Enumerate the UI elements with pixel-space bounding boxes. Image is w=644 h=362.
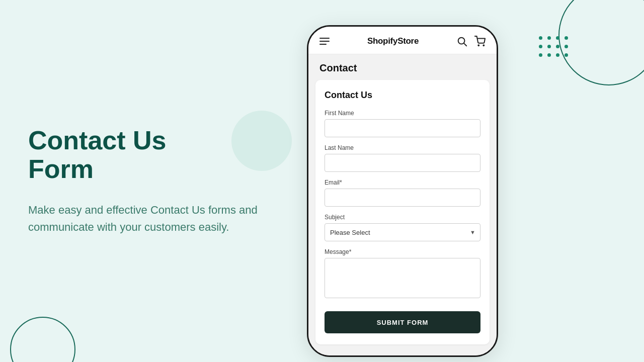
message-label: Message* [325,248,480,255]
decoration-circle-top-right [558,0,644,85]
hamburger-button[interactable] [319,38,330,45]
email-input[interactable] [325,189,480,207]
store-name: ShopifyStore [367,36,419,46]
search-icon[interactable] [456,36,467,47]
headline-line1: Contact Us [28,126,166,155]
subject-select[interactable]: Please Select General Inquiry Support Fe… [325,223,480,241]
subject-group: Subject Please Select General Inquiry Su… [325,214,480,241]
first-name-group: First Name [325,110,480,137]
form-card: Contact Us First Name Last Name Email* [315,80,490,344]
submit-button[interactable]: SUBMIT FORM [325,311,480,333]
decoration-dots-grid [539,36,570,58]
phone-frame: ShopifyStore Contact Co [307,25,498,357]
first-name-label: First Name [325,110,480,117]
last-name-group: Last Name [325,144,480,172]
headline: Contact Us Form [28,126,272,184]
last-name-label: Last Name [325,144,480,151]
subject-label: Subject [325,214,480,221]
cart-icon[interactable] [474,36,486,47]
phone-nav: ShopifyStore [308,27,497,54]
message-group: Message* [325,248,480,300]
last-name-input[interactable] [325,154,480,172]
page-title: Contact [319,62,486,74]
nav-icons [456,36,486,47]
svg-point-2 [478,45,479,46]
form-card-title: Contact Us [325,90,480,101]
headline-line2: Form [28,154,94,184]
phone-mockup: ShopifyStore Contact Co [307,25,498,357]
message-textarea[interactable] [325,258,480,298]
svg-line-1 [464,43,466,46]
left-panel: Contact Us Form Make easy and effective … [0,0,302,362]
subtext: Make easy and effective Contact Us forms… [28,202,270,236]
page-title-bar: Contact [308,54,497,80]
first-name-input[interactable] [325,119,480,137]
email-group: Email* [325,179,480,207]
phone-content: Contact Contact Us First Name Last Name … [308,54,497,355]
email-label: Email* [325,179,480,186]
subject-select-wrapper: Please Select General Inquiry Support Fe… [325,223,480,241]
svg-point-3 [483,45,484,46]
